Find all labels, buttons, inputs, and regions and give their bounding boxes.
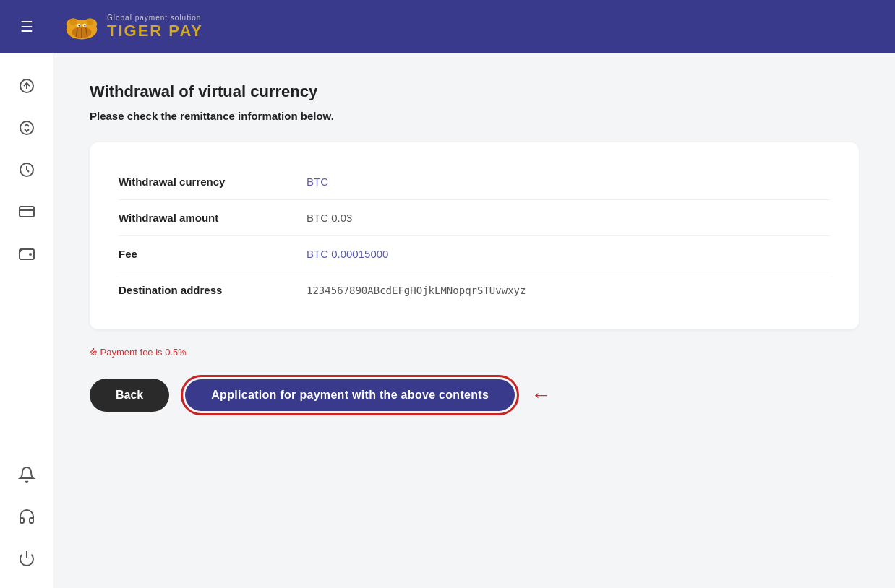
info-card: Withdrawal currency BTC Withdrawal amoun… <box>90 142 859 329</box>
info-row-currency: Withdrawal currency BTC <box>119 164 830 200</box>
transfer-icon <box>18 119 35 137</box>
main-content: Withdrawal of virtual currency Please ch… <box>53 53 895 588</box>
label-fee: Fee <box>119 248 307 260</box>
sidebar-item-support[interactable] <box>9 498 45 535</box>
info-row-amount: Withdrawal amount BTC 0.03 <box>119 200 830 236</box>
info-row-destination: Destination address 1234567890ABcdEFgHOj… <box>119 272 830 308</box>
page-title: Withdrawal of virtual currency <box>90 82 859 101</box>
value-fee: BTC 0.00015000 <box>307 248 388 260</box>
menu-button[interactable]: ☰ <box>0 0 53 53</box>
sidebar-item-wallet[interactable] <box>9 235 45 272</box>
label-amount: Withdrawal amount <box>119 212 307 224</box>
hamburger-icon: ☰ <box>20 18 33 35</box>
power-icon <box>18 550 35 567</box>
svg-point-3 <box>70 18 77 25</box>
sidebar <box>0 53 53 588</box>
bell-icon <box>18 466 35 483</box>
button-row: Back Application for payment with the ab… <box>90 375 859 415</box>
svg-rect-17 <box>20 207 34 217</box>
svg-point-4 <box>87 18 94 25</box>
svg-point-11 <box>78 25 80 26</box>
value-currency: BTC <box>307 176 328 188</box>
sidebar-item-logout[interactable] <box>9 540 45 576</box>
apply-button-border: Application for payment with the above c… <box>181 375 519 415</box>
headset-icon <box>18 508 35 525</box>
label-currency: Withdrawal currency <box>119 176 307 188</box>
logo-subtitle: Global payment solution <box>107 14 203 22</box>
tiger-logo-icon <box>61 9 103 44</box>
wallet-icon <box>18 245 35 262</box>
card-icon <box>18 203 35 220</box>
logo-title: TIGER PAY <box>107 22 203 40</box>
apply-button[interactable]: Application for payment with the above c… <box>185 379 515 411</box>
info-row-fee: Fee BTC 0.00015000 <box>119 236 830 272</box>
arrow-right-icon: ← <box>531 385 551 405</box>
sidebar-item-deposit[interactable] <box>9 68 45 104</box>
page-subtitle: Please check the remittance information … <box>90 110 859 122</box>
label-destination: Destination address <box>119 284 307 296</box>
sidebar-item-notifications[interactable] <box>9 457 45 493</box>
value-destination: 1234567890ABcdEFgHOjkLMNopqrSTUvwxyz <box>307 285 526 296</box>
sidebar-item-history[interactable] <box>9 152 45 188</box>
upload-icon <box>18 77 35 95</box>
fee-note: ※ Payment fee is 0.5% <box>90 347 859 358</box>
topbar: ☰ Global payment solution TIGER PAY <box>0 0 895 53</box>
clock-icon <box>18 161 35 178</box>
logo: Global payment solution TIGER PAY <box>53 9 203 44</box>
sidebar-item-card[interactable] <box>9 194 45 230</box>
back-button[interactable]: Back <box>90 379 169 412</box>
logo-text: Global payment solution TIGER PAY <box>107 14 203 40</box>
value-amount: BTC 0.03 <box>307 212 352 224</box>
svg-point-12 <box>84 25 85 26</box>
sidebar-item-transfer[interactable] <box>9 110 45 146</box>
